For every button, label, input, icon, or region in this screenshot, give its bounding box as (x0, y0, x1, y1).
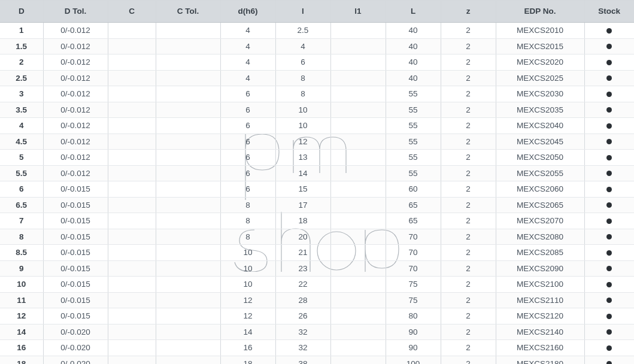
col-header-Stock[interactable]: Stock (584, 1, 634, 23)
cell-dh6: 6 (220, 134, 275, 150)
table-row[interactable]: 100/-0.0151022752MEXCS2100 (0, 277, 634, 293)
table-row[interactable]: 8.50/-0.0151021702MEXCS2085 (0, 245, 634, 261)
table-row[interactable]: 60/-0.015615602MEXCS2060 (0, 181, 634, 198)
cell-D: 4 (0, 118, 43, 134)
cell-l1 (330, 102, 386, 118)
cell-CTol (156, 277, 220, 293)
cell-CTol (156, 292, 220, 308)
cell-CTol (156, 356, 220, 364)
cell-dh6: 4 (220, 23, 275, 39)
cell-z: 2 (441, 70, 496, 86)
cell-C (108, 86, 156, 102)
col-header-EDP[interactable]: EDP No. (496, 1, 584, 23)
col-header-D[interactable]: D (0, 1, 43, 23)
col-header-z[interactable]: z (441, 1, 496, 23)
cell-stock (584, 165, 634, 181)
table-row[interactable]: 30/-0.01268552MEXCS2030 (0, 86, 634, 102)
cell-EDP: MEXCS2120 (496, 308, 584, 324)
in-stock-icon (606, 123, 612, 129)
table-row[interactable]: 40/-0.012610552MEXCS2040 (0, 118, 634, 134)
table-row[interactable]: 140/-0.0201432902MEXCS2140 (0, 324, 634, 340)
cell-stock (584, 197, 634, 213)
cell-L: 55 (386, 118, 441, 134)
col-header-l[interactable]: l (275, 1, 330, 23)
cell-z: 2 (441, 292, 496, 308)
table-row[interactable]: 110/-0.0151228752MEXCS2110 (0, 292, 634, 308)
cell-z: 2 (441, 102, 496, 118)
cell-z: 2 (441, 340, 496, 356)
table-row[interactable]: 5.50/-0.012614552MEXCS2055 (0, 165, 634, 181)
cell-C (108, 150, 156, 166)
cell-DTol: 0/-0.012 (43, 38, 108, 54)
cell-C (108, 245, 156, 261)
cell-EDP: MEXCS2055 (496, 165, 584, 181)
cell-EDP: MEXCS2030 (496, 86, 584, 102)
table-row[interactable]: 160/-0.0201632902MEXCS2160 (0, 340, 634, 356)
cell-dh6: 4 (220, 70, 275, 86)
cell-C (108, 181, 156, 198)
cell-z: 2 (441, 86, 496, 102)
table-row[interactable]: 120/-0.0151226802MEXCS2120 (0, 308, 634, 324)
cell-DTol: 0/-0.015 (43, 260, 108, 277)
col-header-C[interactable]: C (108, 1, 156, 23)
cell-stock (584, 213, 634, 229)
cell-D: 12 (0, 308, 43, 324)
in-stock-icon (606, 202, 612, 208)
col-header-CTol[interactable]: C Tol. (156, 1, 220, 23)
col-header-L[interactable]: L (386, 1, 441, 23)
table-row[interactable]: 20/-0.01246402MEXCS2020 (0, 54, 634, 71)
cell-L: 100 (386, 356, 441, 364)
in-stock-icon (606, 171, 612, 176)
cell-l: 6 (275, 54, 330, 71)
table-row[interactable]: 2.50/-0.01248402MEXCS2025 (0, 70, 634, 86)
table-row[interactable]: 6.50/-0.015817652MEXCS2065 (0, 197, 634, 213)
cell-L: 40 (386, 54, 441, 71)
table-row[interactable]: 180/-0.02018381002MEXCS2180 (0, 356, 634, 364)
cell-D: 5 (0, 150, 43, 166)
table-row[interactable]: 3.50/-0.012610552MEXCS2035 (0, 102, 634, 118)
cell-L: 55 (386, 102, 441, 118)
cell-l1 (330, 70, 386, 86)
cell-EDP: MEXCS2050 (496, 150, 584, 166)
cell-D: 7 (0, 213, 43, 229)
cell-l: 20 (275, 229, 330, 245)
table-row[interactable]: 10/-0.01242.5402MEXCS2010 (0, 23, 634, 39)
col-header-DTol[interactable]: D Tol. (43, 1, 108, 23)
cell-DTol: 0/-0.012 (43, 54, 108, 71)
table-row[interactable]: 50/-0.012613552MEXCS2050 (0, 150, 634, 166)
table-row[interactable]: 80/-0.015820702MEXCS2080 (0, 229, 634, 245)
cell-CTol (156, 229, 220, 245)
cell-dh6: 10 (220, 277, 275, 293)
cell-EDP: MEXCS2070 (496, 213, 584, 229)
cell-C (108, 165, 156, 181)
table-row[interactable]: 70/-0.015818652MEXCS2070 (0, 213, 634, 229)
cell-l: 8 (275, 70, 330, 86)
table-row[interactable]: 4.50/-0.012612552MEXCS2045 (0, 134, 634, 150)
cell-l: 18 (275, 213, 330, 229)
cell-D: 10 (0, 277, 43, 293)
cell-stock (584, 86, 634, 102)
cell-dh6: 8 (220, 197, 275, 213)
cell-l1 (330, 38, 386, 54)
cell-CTol (156, 308, 220, 324)
cell-DTol: 0/-0.015 (43, 292, 108, 308)
cell-dh6: 6 (220, 165, 275, 181)
cell-dh6: 10 (220, 260, 275, 277)
cell-l: 10 (275, 118, 330, 134)
cell-l: 22 (275, 277, 330, 293)
cell-stock (584, 245, 634, 261)
cell-dh6: 6 (220, 150, 275, 166)
cell-l1 (330, 245, 386, 261)
cell-l: 26 (275, 308, 330, 324)
cell-CTol (156, 134, 220, 150)
cell-stock (584, 70, 634, 86)
col-header-l1[interactable]: l1 (330, 1, 386, 23)
table-row[interactable]: 1.50/-0.01244402MEXCS2015 (0, 38, 634, 54)
cell-DTol: 0/-0.015 (43, 308, 108, 324)
cell-CTol (156, 165, 220, 181)
table-row[interactable]: 90/-0.0151023702MEXCS2090 (0, 260, 634, 277)
cell-L: 75 (386, 277, 441, 293)
cell-l1 (330, 134, 386, 150)
col-header-dh6[interactable]: d(h6) (220, 1, 275, 23)
cell-L: 70 (386, 229, 441, 245)
